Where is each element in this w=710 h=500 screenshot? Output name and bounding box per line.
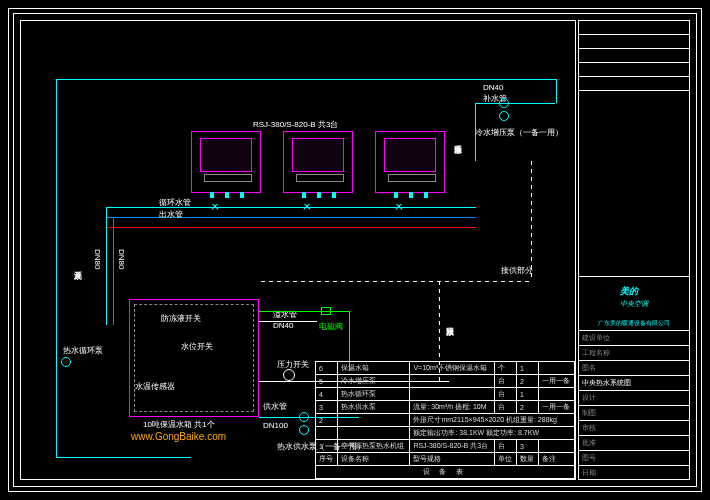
tb-field-8: 日期: [579, 466, 689, 480]
solenoid-line: [259, 311, 349, 312]
brand-sub: 中央空调: [620, 300, 648, 307]
outer-frame: RSJ-380/S-820-B 共3台 单台循环水量 DN40 补水管 冷水增压…: [8, 8, 702, 492]
tb-field-6: 批准: [579, 436, 689, 451]
delivery-note-label: 接供部分: [501, 265, 533, 276]
dn80-label-a: DN80: [93, 249, 102, 269]
inner-frame: RSJ-380/S-820-B 共3台 单台循环水量 DN40 补水管 冷水增压…: [13, 13, 697, 487]
eq-header: 序号设备名称型号规格单位数量备注: [316, 453, 575, 466]
manifold-red: [106, 227, 476, 228]
sensor-label: 水温传感器: [135, 381, 175, 392]
pressure-label: 压力开关: [277, 359, 309, 370]
dn40-b-label: DN40: [273, 321, 293, 330]
eq-row-1: 1空气源热泵热水机组RSJ-380/S-820-B 共3台台3: [316, 440, 575, 453]
return-pipe-label: 循环水管: [159, 197, 191, 208]
tb-field-4: 制图: [579, 406, 689, 421]
dn80-label-b: DN80: [117, 249, 126, 269]
heat-pump-unit-2: [283, 131, 353, 193]
solenoid-label: 电磁阀: [319, 321, 343, 332]
dash-main-v: [531, 161, 532, 281]
tb-meta-2: [579, 49, 689, 63]
hot-loop-pump-symbol: [61, 357, 71, 367]
eq-row-3: 3热水供水泵流量: 30m³/h 扬程: 10M台2一用一备: [316, 401, 575, 414]
valve-m3: [393, 201, 404, 212]
watermark: www.GongBaike.com: [131, 431, 226, 442]
tb-field-5: 审核: [579, 421, 689, 436]
tb-field-3: 设计: [579, 391, 689, 406]
tb-meta-3: [579, 63, 689, 77]
hot-supply-pump-1: [299, 412, 309, 422]
heat-pump-model-label: RSJ-380/S-820-B 共3台: [253, 119, 338, 130]
brand-logo: 美的中央空调: [579, 277, 689, 317]
solenoid-valve-symbol: [321, 307, 331, 315]
cold-pump-symbol-1: [499, 98, 509, 108]
title-block: 美的中央空调 广东美的暖通设备有限公司 建设单位 工程名称 图名 中央热水系统图…: [578, 20, 690, 480]
pipe-bottom-left-h: [56, 457, 191, 458]
brand-name: 美的: [620, 286, 638, 296]
tb-meta-4: [579, 77, 689, 91]
heat-pump-unit-1: [191, 131, 261, 193]
supply-pipe2-label: 供水管: [263, 401, 287, 412]
drawing-name: 中央热水系统图: [579, 376, 689, 391]
eq-row-2b: 额定输出功率: 38.1KW 额定功率: 8.7KW: [316, 427, 575, 440]
pipe-supply-v: [475, 103, 476, 161]
cold-pump-symbol-2: [499, 111, 509, 121]
level-switch-label: 水位开关: [181, 341, 213, 352]
tb-field-1: 工程名称: [579, 346, 689, 361]
tb-meta-0: [579, 21, 689, 35]
heat-pump-unit-3: [375, 131, 445, 193]
tb-field-2: 图名: [579, 361, 689, 376]
anti-freeze-label: 防冻液开关: [161, 313, 201, 324]
dn100-label: DN100: [263, 421, 288, 430]
tb-spacer: [579, 91, 689, 277]
dash-main-h: [261, 281, 531, 282]
tank-size-label: 10吨保温水箱 共1个: [143, 419, 215, 430]
company-name: 广东美的暖通设备有限公司: [579, 317, 689, 331]
equipment-table: 6保温水箱V=10m³不锈钢保温水箱个1 5冷水增压泵台2一用一备 4热水循环泵…: [315, 361, 575, 479]
pipe-left-v1: [106, 207, 107, 325]
pipe-farleft-v: [56, 79, 57, 457]
pipe-left-v2: [113, 217, 114, 325]
eq-row-5: 5冷水增压泵台2一用一备: [316, 375, 575, 388]
pipe-top-right-v: [556, 79, 557, 103]
eq-title: 设 备 表: [316, 466, 575, 479]
tb-meta-1: [579, 35, 689, 49]
hot-loop-label: 热水循环泵: [63, 345, 103, 356]
pipe-top-h: [56, 79, 556, 80]
pressure-switch-symbol: [283, 369, 295, 381]
hot-supply-pump-2: [299, 425, 309, 435]
cold-pump-label: 冷水增压泵（一备一用）: [475, 127, 563, 138]
dn40-label: DN40: [483, 83, 503, 92]
out-pipe-label: 出水管: [159, 209, 183, 220]
eq-row-2a: 2外形尺寸mm2115×945×2020 机组重量: 288kg: [316, 414, 575, 427]
valve-m2: [301, 201, 312, 212]
tb-field-7: 图号: [579, 451, 689, 466]
drawing-canvas: RSJ-380/S-820-B 共3台 单台循环水量 DN40 补水管 冷水增压…: [20, 20, 576, 480]
tb-field-0: 建设单位: [579, 331, 689, 346]
valve-m1: [209, 201, 220, 212]
eq-row-6: 6保温水箱V=10m³不锈钢保温水箱个1: [316, 362, 575, 375]
pipe-supply-h: [475, 103, 555, 104]
eq-row-4: 4热水循环泵台1: [316, 388, 575, 401]
